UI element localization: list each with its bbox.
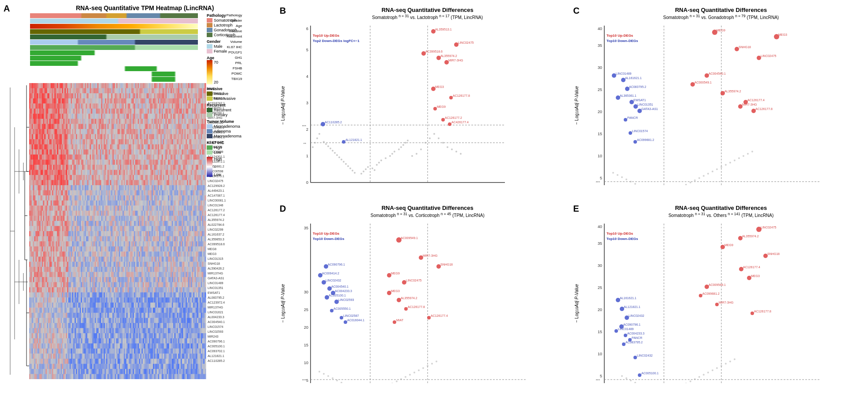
svg-rect-7803 xyxy=(143,364,144,369)
svg-rect-2158 xyxy=(86,160,87,165)
svg-rect-7457 xyxy=(60,354,61,359)
svg-rect-5366 xyxy=(71,277,72,282)
svg-rect-5883 xyxy=(193,293,194,298)
svg-rect-2131 xyxy=(52,160,53,165)
svg-rect-7917 xyxy=(110,369,111,374)
svg-rect-8077 xyxy=(135,374,136,379)
svg-rect-2789 xyxy=(175,180,177,185)
svg-rect-682 xyxy=(167,103,168,109)
svg-rect-2023 xyxy=(92,155,94,160)
svg-rect-4425 xyxy=(120,241,121,247)
svg-point-8222 xyxy=(391,153,393,155)
svg-rect-988 xyxy=(200,114,201,119)
svg-rect-3751 xyxy=(153,216,154,221)
svg-rect-1069 xyxy=(125,119,126,124)
svg-rect-80 xyxy=(114,83,115,88)
svg-rect-3868 xyxy=(124,221,125,226)
svg-rect-2301 xyxy=(90,165,91,170)
svg-rect-1143 xyxy=(42,124,43,129)
svg-rect-8011 xyxy=(52,374,53,379)
svg-rect-1824 xyxy=(194,144,196,150)
svg-rect-3765 xyxy=(171,216,172,221)
svg-rect-1377 xyxy=(160,129,162,134)
svg-rect-2120 xyxy=(38,160,39,165)
svg-rect-3035 xyxy=(133,190,134,196)
svg-point-8474 xyxy=(340,316,343,319)
svg-rect-5647 xyxy=(72,287,73,293)
svg-rect-6448 xyxy=(200,313,201,318)
svg-rect-5465 xyxy=(196,277,197,282)
svg-rect-723 xyxy=(42,109,43,114)
svg-rect-1921 xyxy=(140,149,141,155)
svg-rect-4821 xyxy=(90,257,91,262)
svg-rect-5360 xyxy=(63,277,64,282)
svg-rect-1395 xyxy=(183,129,185,134)
svg-rect-7469 xyxy=(75,354,76,359)
svg-rect-7991 xyxy=(203,369,205,374)
svg-rect-3116 xyxy=(58,195,60,201)
svg-rect-5050 xyxy=(202,262,203,267)
svg-rect-6790 xyxy=(101,328,102,333)
svg-rect-4240 xyxy=(63,236,64,242)
svg-rect-2144 xyxy=(68,160,70,165)
svg-rect-1349 xyxy=(125,129,126,134)
svg-rect-7981 xyxy=(191,369,192,374)
svg-rect-7105 xyxy=(145,338,147,344)
svg-rect-6364 xyxy=(94,313,95,318)
svg-rect-4521 xyxy=(64,247,66,252)
svg-text:AC000549.1: AC000549.1 xyxy=(694,81,712,84)
svg-rect-5347 xyxy=(47,277,48,282)
svg-rect-7282 xyxy=(192,343,193,349)
svg-rect-7242 xyxy=(141,343,143,349)
svg-rect-4085 xyxy=(44,231,45,236)
svg-rect-2683 xyxy=(42,180,43,185)
svg-rect-6366 xyxy=(96,313,97,318)
svg-rect-2629 xyxy=(150,175,152,180)
svg-rect-7173 xyxy=(54,343,56,349)
svg-rect-5309 xyxy=(175,272,177,277)
svg-rect-1884 xyxy=(94,149,95,155)
svg-rect-734 xyxy=(56,109,57,114)
svg-point-8272 xyxy=(449,96,453,99)
svg-rect-48 xyxy=(73,83,75,88)
svg-rect-2538 xyxy=(35,175,37,180)
svg-rect-7829 xyxy=(175,364,177,369)
svg-rect-1769 xyxy=(125,144,126,150)
svg-rect-3499 xyxy=(188,205,190,211)
svg-rect-3569 xyxy=(100,211,101,216)
svg-rect-8045 xyxy=(95,374,96,379)
svg-rect-3091 xyxy=(203,190,205,196)
svg-rect-6979 xyxy=(163,333,164,338)
svg-rect-2531 xyxy=(203,170,205,175)
svg-rect-5421 xyxy=(140,277,141,282)
svg-rect-2474 xyxy=(131,170,133,175)
svg-text:AC004540.1: AC004540.1 xyxy=(331,285,349,288)
svg-rect-3767 xyxy=(173,216,174,221)
svg-rect-5383 xyxy=(92,277,94,282)
svg-rect-3570 xyxy=(101,211,102,216)
svg-rect-7668 xyxy=(149,359,150,364)
svg-rect-424 xyxy=(194,93,196,99)
svg-rect-2260 xyxy=(38,165,39,170)
svg-rect-321 xyxy=(64,93,66,99)
svg-rect-3854 xyxy=(106,221,107,226)
svg-rect-614 xyxy=(81,103,82,109)
svg-rect-4586 xyxy=(147,247,148,252)
svg-rect-5927 xyxy=(72,297,73,303)
svg-rect-1966 xyxy=(197,149,198,155)
svg-rect-2096 xyxy=(184,155,186,160)
svg-rect-7485 xyxy=(95,354,96,359)
svg-rect-7956 xyxy=(159,369,160,374)
svg-rect-3089 xyxy=(201,190,202,196)
svg-text:AC126177.4: AC126177.4 xyxy=(208,213,225,217)
svg-rect-1912 xyxy=(129,149,130,155)
svg-point-8381 xyxy=(629,131,632,135)
svg-rect-3870 xyxy=(126,221,128,226)
svg-rect-3280 xyxy=(88,201,90,206)
svg-rect-7844 xyxy=(194,364,196,369)
svg-rect-6237 xyxy=(110,308,111,313)
svg-rect-1771 xyxy=(128,144,129,150)
svg-rect-4938 xyxy=(61,262,62,267)
svg-rect-258 xyxy=(162,88,163,94)
svg-rect-5889 xyxy=(201,293,202,298)
